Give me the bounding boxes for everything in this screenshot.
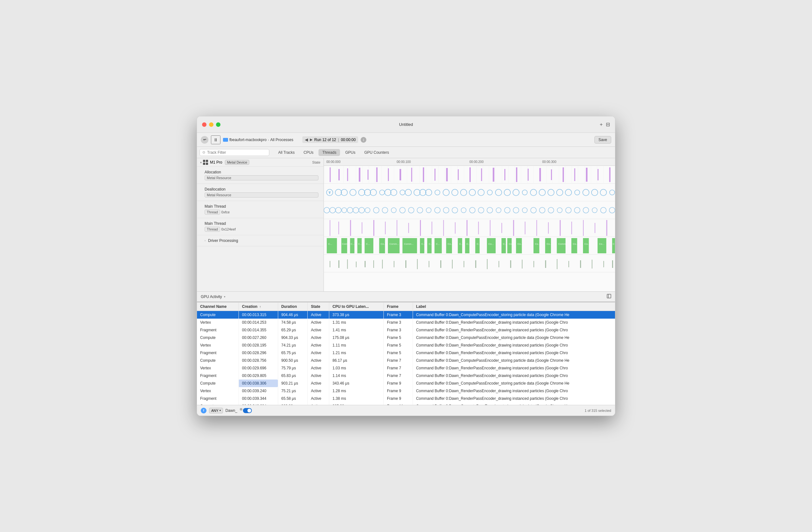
table-cell-5: Frame 11	[384, 402, 413, 405]
svg-text:Co...: Co...	[448, 242, 453, 246]
sidebar-row-driver: › Driver Processing	[197, 237, 323, 244]
svg-point-31	[364, 189, 371, 196]
th-label[interactable]: Label	[413, 302, 615, 311]
svg-text:Co...: Co...	[547, 242, 552, 246]
run-prev-button[interactable]: ◀	[305, 137, 308, 142]
table-row[interactable]: Fragment00:00.028.29665.75 μsActive1.21 …	[197, 349, 615, 357]
svg-rect-201	[603, 261, 604, 267]
close-button[interactable]	[202, 122, 206, 127]
svg-rect-183	[394, 261, 394, 267]
table-cell-4: 1.38 ms	[329, 395, 384, 402]
svg-rect-148	[598, 238, 607, 253]
table-cell-4: 1.11 ms	[329, 341, 384, 349]
pause-button[interactable]: ⏸	[211, 135, 220, 144]
track-row-4[interactable]	[324, 219, 615, 237]
svg-point-84	[487, 207, 493, 213]
toggle-on-button[interactable]	[243, 408, 252, 413]
minus-icon[interactable]: ⊟	[606, 121, 610, 128]
svg-point-57	[575, 190, 580, 195]
table-cell-6: Command Buffer 0:Dawn_RenderPassEncoder_…	[413, 326, 615, 334]
svg-rect-14	[481, 168, 482, 181]
track-viz-2: T	[324, 183, 615, 201]
table-cell-2: 65.58 μs	[278, 395, 308, 402]
svg-rect-7	[400, 169, 401, 180]
back-button[interactable]: ↩	[201, 136, 208, 144]
th-channel[interactable]: Channel Name	[197, 302, 238, 311]
ruler-tick-3: 00:00.300	[542, 160, 557, 164]
track-row-1[interactable]	[324, 166, 615, 183]
svg-rect-20	[551, 169, 552, 180]
table-cell-3: Active	[308, 380, 329, 387]
track-row-5[interactable]: C... Com... C... C... C... Co... Comm...…	[324, 237, 615, 255]
run-play-icon[interactable]: ▶	[310, 137, 313, 142]
device-icon	[223, 138, 228, 142]
minimize-button[interactable]	[209, 122, 214, 127]
gpu-activity-chevron-icon: ▾	[224, 295, 226, 298]
table-row[interactable]: Compute00:00.046.324903.00 μsActive395.3…	[197, 402, 615, 405]
svg-rect-139	[487, 238, 496, 253]
svg-rect-101	[350, 220, 351, 236]
track-row-6[interactable]	[324, 255, 615, 272]
th-state[interactable]: State	[308, 302, 329, 311]
timeline-tracks: T	[324, 166, 615, 291]
table-row[interactable]: Vertex00:00.039.24075.21 μsActive1.28 ms…	[197, 387, 615, 395]
track-filter[interactable]: ⊙	[200, 149, 269, 156]
data-table-container[interactable]: Channel Name Creation ↑ Duration State C…	[197, 302, 615, 405]
svg-point-67	[347, 207, 353, 213]
tab-gpu-counters[interactable]: GPU Counters	[360, 149, 393, 156]
filter-type-dropdown[interactable]: ANY ▾	[209, 408, 223, 413]
table-cell-6: Command Buffer 0:Dawn_RenderPassEncoder_…	[413, 349, 615, 357]
driver-expand-icon[interactable]: ›	[205, 239, 205, 242]
svg-rect-130	[388, 238, 400, 253]
table-row[interactable]: Compute00:00.013.315904.46 μsActive373.3…	[197, 311, 615, 319]
table-row[interactable]: Vertex00:00.014.25374.58 μsActive1.31 ms…	[197, 319, 615, 326]
table-row[interactable]: Vertex00:00.028.19574.21 μsActive1.11 ms…	[197, 341, 615, 349]
table-row[interactable]: Fragment00:00.014.35565.29 μsActive1.41 …	[197, 326, 615, 334]
svg-text:C...: C...	[459, 242, 463, 246]
filter-chip-icon[interactable]: f	[201, 408, 206, 413]
svg-text:Co...: Co...	[584, 242, 590, 246]
table-row[interactable]: Fragment00:00.039.34465.58 μsActive1.38 …	[197, 395, 615, 402]
save-button[interactable]: Save	[594, 136, 611, 144]
svg-point-51	[522, 190, 527, 195]
svg-rect-143	[534, 238, 539, 253]
tab-threads[interactable]: Threads	[318, 149, 340, 156]
svg-point-47	[487, 190, 492, 195]
svg-point-69	[359, 207, 364, 213]
tab-cpus[interactable]: CPUs	[300, 149, 317, 156]
table-cell-6: Command Buffer 0:Dawn_RenderPassEncoder_…	[413, 372, 615, 380]
svg-point-41	[435, 190, 440, 195]
table-row[interactable]: Vertex00:00.029.69675.79 μsActive1.03 ms…	[197, 364, 615, 372]
maximize-button[interactable]	[216, 122, 220, 127]
svg-rect-178	[347, 259, 348, 269]
th-latency[interactable]: CPU to GPU Laten...	[329, 302, 384, 311]
svg-rect-186	[429, 261, 429, 267]
run-divider: |	[338, 137, 339, 142]
svg-point-50	[513, 189, 519, 196]
main-thread-2-badge: Thread	[205, 227, 220, 232]
table-row[interactable]: Fragment00:00.029.80565.83 μsActive1.14 …	[197, 372, 615, 380]
svg-rect-141	[507, 238, 512, 253]
tab-gpus[interactable]: GPUs	[341, 149, 359, 156]
info-button[interactable]: i	[361, 137, 366, 143]
table-row[interactable]: Compute00:00.027.260904.33 μsActive175.0…	[197, 334, 615, 341]
track-row-3[interactable]	[324, 201, 615, 219]
table-row[interactable]: Compute00:00.028.756900.50 μsActive86.17…	[197, 357, 615, 364]
svg-rect-180	[365, 261, 366, 267]
th-frame[interactable]: Frame	[384, 302, 413, 311]
add-icon[interactable]: +	[600, 122, 603, 128]
track-filter-input[interactable]	[207, 150, 266, 155]
breadcrumb-label[interactable]: All Processes	[270, 137, 293, 142]
tab-all-tracks[interactable]: All Tracks	[274, 149, 299, 156]
svg-rect-127	[358, 238, 362, 253]
svg-rect-136	[458, 238, 462, 253]
track-row-2[interactable]: T	[324, 183, 615, 201]
th-duration[interactable]: Duration	[278, 302, 308, 311]
svg-point-59	[592, 189, 598, 196]
svg-text:Co...: Co...	[489, 242, 494, 246]
th-creation[interactable]: Creation ↑	[238, 302, 278, 311]
svg-text:C...: C...	[358, 242, 362, 246]
expand-icon[interactable]	[607, 294, 611, 299]
table-row[interactable]: Compute00:00.038.306903.21 μsActive343.4…	[197, 380, 615, 387]
table-cell-4: 1.03 ms	[329, 364, 384, 372]
